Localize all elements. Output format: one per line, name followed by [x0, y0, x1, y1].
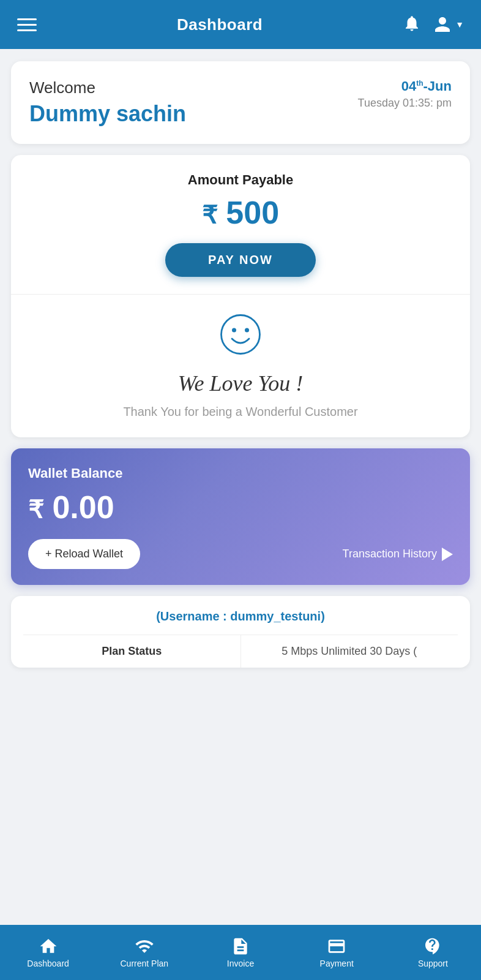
plan-row: Plan Status 5 Mbps Unlimited 30 Days (	[23, 635, 458, 668]
header: Dashboard ▼	[0, 0, 481, 49]
thank-you-text: Thank You for being a Wonderful Customer	[23, 405, 458, 419]
payment-top: Amount Payable ₹ 500 PAY NOW	[11, 155, 470, 294]
welcome-date-main: 04th-Jun	[358, 78, 452, 94]
nav-item-current-plan[interactable]: Current Plan	[96, 937, 192, 968]
svg-point-0	[222, 315, 260, 354]
nav-label-payment: Payment	[320, 959, 354, 968]
love-section: We Love You ! Thank You for being a Wond…	[11, 295, 470, 437]
payment-icon	[327, 937, 346, 956]
header-right: ▼	[403, 14, 464, 35]
welcome-left: Welcome Dummy sachin	[29, 78, 186, 127]
nav-item-invoice[interactable]: Invoice	[192, 937, 288, 968]
smiley-icon	[219, 313, 262, 356]
payment-card: Amount Payable ₹ 500 PAY NOW We Love You…	[11, 155, 470, 437]
nav-item-dashboard[interactable]: Dashboard	[0, 937, 96, 968]
play-icon	[442, 548, 453, 561]
nav-item-support[interactable]: Support	[385, 937, 481, 968]
invoice-icon	[231, 937, 250, 956]
home-icon	[39, 937, 58, 956]
username-card: (Username : dummy_testuni) Plan Status 5…	[11, 596, 470, 668]
we-love-text: We Love You !	[23, 371, 458, 396]
nav-label-current-plan: Current Plan	[121, 959, 169, 968]
wifi-icon	[135, 937, 154, 956]
page-title: Dashboard	[177, 15, 263, 34]
main-content: Welcome Dummy sachin 04th-Jun Tuesday 01…	[0, 49, 481, 925]
bell-icon	[403, 14, 421, 32]
welcome-username: Dummy sachin	[29, 101, 186, 127]
amount-value: ₹ 500	[23, 194, 458, 231]
wallet-label: Wallet Balance	[28, 466, 453, 481]
wallet-rupee-symbol: ₹	[28, 496, 43, 523]
support-icon	[423, 937, 442, 956]
notifications-button[interactable]	[403, 14, 421, 35]
nav-label-dashboard: Dashboard	[27, 959, 69, 968]
wallet-actions: + Reload Wallet Transaction History	[28, 539, 453, 569]
username-display: (Username : dummy_testuni)	[23, 609, 458, 624]
pay-now-button[interactable]: PAY NOW	[165, 243, 316, 277]
smiley-container	[23, 313, 458, 363]
welcome-greeting: Welcome	[29, 78, 186, 97]
wallet-card: Wallet Balance ₹ 0.00 + Reload Wallet Tr…	[11, 448, 470, 585]
transaction-history-link[interactable]: Transaction History	[343, 548, 453, 561]
plan-value: 5 Mbps Unlimited 30 Days (	[241, 635, 458, 668]
nav-label-invoice: Invoice	[227, 959, 254, 968]
rupee-symbol: ₹	[202, 202, 217, 228]
user-icon	[433, 15, 452, 34]
chevron-down-icon: ▼	[455, 20, 464, 29]
nav-item-payment[interactable]: Payment	[289, 937, 385, 968]
nav-label-support: Support	[418, 959, 448, 968]
svg-point-1	[232, 328, 236, 333]
plan-status-label: Plan Status	[23, 635, 241, 668]
welcome-card: Welcome Dummy sachin 04th-Jun Tuesday 01…	[11, 61, 470, 144]
wallet-balance: ₹ 0.00	[28, 489, 453, 526]
menu-button[interactable]	[17, 18, 37, 31]
svg-point-2	[245, 328, 249, 333]
user-menu-button[interactable]: ▼	[433, 15, 464, 34]
reload-wallet-button[interactable]: + Reload Wallet	[28, 539, 140, 569]
welcome-date-sub: Tuesday 01:35: pm	[358, 97, 452, 110]
welcome-date: 04th-Jun Tuesday 01:35: pm	[358, 78, 452, 110]
amount-label: Amount Payable	[23, 172, 458, 188]
bottom-nav: Dashboard Current Plan Invoice Payment S…	[0, 925, 481, 980]
